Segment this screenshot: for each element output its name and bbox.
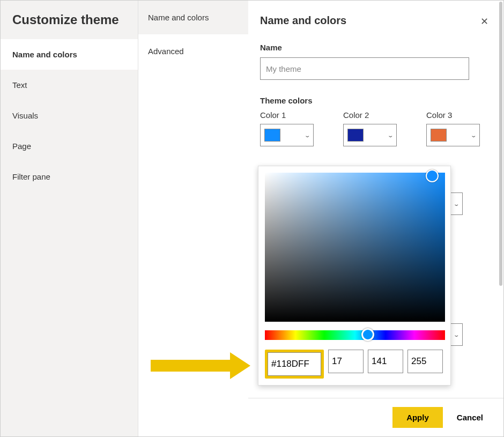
apply-button[interactable]: Apply	[392, 407, 443, 428]
color-2-swatch	[347, 129, 364, 142]
color-1-label: Color 1	[260, 110, 314, 120]
subnav-advanced[interactable]: Advanced	[138, 34, 248, 68]
theme-colors-label: Theme colors	[260, 96, 488, 105]
name-label: Name	[260, 43, 488, 52]
color-3-label: Color 3	[426, 110, 480, 120]
arrow-head	[230, 352, 250, 379]
hex-input[interactable]	[268, 352, 321, 376]
color-3-dropdown[interactable]: ⌄	[426, 124, 480, 146]
color-1-dropdown[interactable]: ⌄	[260, 124, 314, 146]
color-picker-popup	[258, 166, 451, 386]
annotation-arrow	[151, 352, 253, 378]
chevron-down-icon: ⌄	[304, 132, 310, 138]
dialog-footer: Apply Cancel	[248, 398, 503, 436]
color-item-2: Color 2 ⌄	[343, 110, 397, 146]
b-input[interactable]	[407, 350, 443, 373]
color-3-swatch	[431, 129, 447, 142]
g-input[interactable]	[368, 350, 403, 373]
left-nav-list: Name and colors Text Visuals Page Filter…	[1, 39, 138, 192]
hex-highlight	[265, 350, 324, 379]
arrow-shaft	[151, 360, 231, 372]
color-1-swatch	[264, 129, 280, 142]
hue-thumb[interactable]	[361, 328, 374, 341]
chevron-down-icon: ⌄	[453, 201, 459, 207]
color-2-dropdown[interactable]: ⌄	[343, 124, 397, 146]
chevron-down-icon: ⌄	[453, 332, 459, 338]
color-row: Color 1 ⌄ Color 2 ⌄ Color 3 ⌄	[260, 110, 488, 146]
r-input[interactable]	[328, 350, 364, 373]
sv-thumb[interactable]	[426, 169, 439, 182]
nav-text[interactable]: Text	[1, 70, 138, 100]
theme-name-input[interactable]	[260, 57, 469, 80]
scrollbar[interactable]	[499, 2, 502, 286]
customize-theme-dialog: Customize theme Name and colors Text Vis…	[0, 0, 504, 437]
nav-visuals[interactable]: Visuals	[1, 100, 138, 131]
left-nav: Customize theme Name and colors Text Vis…	[1, 1, 138, 436]
dialog-title: Customize theme	[1, 1, 138, 39]
picker-inputs-row	[265, 350, 444, 379]
color-item-1: Color 1 ⌄	[260, 110, 314, 146]
section-heading: Name and colors	[260, 14, 488, 27]
nav-page[interactable]: Page	[1, 131, 138, 161]
hue-slider[interactable]	[265, 330, 445, 340]
chevron-down-icon: ⌄	[387, 132, 394, 138]
nav-name-and-colors[interactable]: Name and colors	[1, 39, 138, 70]
saturation-value-area[interactable]	[265, 173, 445, 322]
chevron-down-icon: ⌄	[470, 132, 477, 138]
color-2-label: Color 2	[343, 110, 397, 120]
nav-filter-pane[interactable]: Filter pane	[1, 161, 138, 192]
sub-nav-list: Name and colors Advanced	[138, 1, 248, 68]
cancel-button[interactable]: Cancel	[457, 413, 483, 422]
color-item-3: Color 3 ⌄	[426, 110, 480, 146]
subnav-name-and-colors[interactable]: Name and colors	[138, 1, 248, 34]
close-icon[interactable]: ✕	[480, 16, 488, 27]
